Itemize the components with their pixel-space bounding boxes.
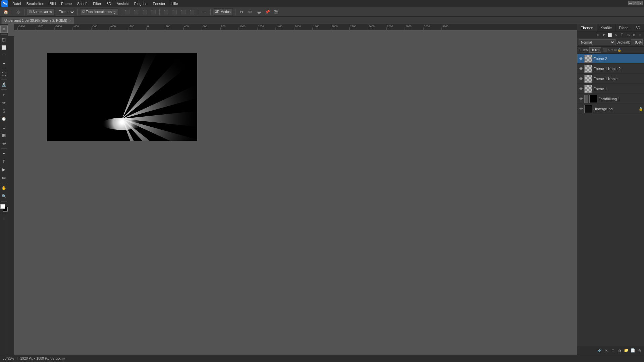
pin-icon[interactable]: 📌: [264, 8, 271, 16]
menu-ansicht[interactable]: Ansicht: [114, 1, 131, 6]
eyedropper-tool-btn[interactable]: 🔬: [0, 81, 8, 88]
link-layers-btn[interactable]: 🔗: [596, 348, 602, 354]
menu-fenster[interactable]: Fenster: [151, 1, 168, 6]
distribute-v-icon[interactable]: ⬛: [171, 8, 178, 16]
panel-filter-kind-icon[interactable]: ⚛: [595, 32, 600, 38]
align-left2-icon[interactable]: ⬛: [150, 8, 157, 16]
tab-3d[interactable]: 3D: [632, 24, 644, 32]
path-select-tool-btn[interactable]: ▶: [0, 166, 8, 173]
delete-layer-btn[interactable]: 🗑: [637, 348, 643, 354]
minimize-button[interactable]: —: [628, 1, 633, 5]
document-canvas[interactable]: [47, 53, 197, 141]
menu-bild[interactable]: Bild: [47, 1, 58, 6]
adjustment-layer-btn[interactable]: ◑: [616, 348, 623, 354]
layer-item-hintergrund[interactable]: 👁 Hintergrund 🔒: [577, 104, 644, 114]
auto-select-checkbox[interactable]: ☑ Autom. ausw.: [27, 8, 55, 16]
menu-plugins[interactable]: Plug-ins: [132, 1, 150, 6]
fill-input[interactable]: [589, 47, 601, 53]
healing-tool-btn[interactable]: ⌖: [0, 91, 8, 99]
menu-hilfe[interactable]: Hilfe: [168, 1, 180, 6]
panel-smart-icon[interactable]: ⚙: [631, 32, 637, 38]
maximize-button[interactable]: □: [633, 1, 638, 5]
layer-visibility-hintergrund[interactable]: 👁: [579, 107, 583, 111]
document-tab[interactable]: Unbenannt-1 bei 30,9% (Ebene 2, RGB/8) ×: [1, 17, 74, 24]
layer-item-ebene1k[interactable]: 👁 Ebene 1 Kopie: [577, 74, 644, 84]
quick-select-tool-btn[interactable]: ✦: [0, 60, 8, 67]
foreground-color-swatch[interactable]: [0, 204, 5, 209]
3d-mode-btn[interactable]: 3D-Modus: [213, 8, 232, 16]
lock-artboard-btn[interactable]: ⊞: [614, 48, 617, 52]
document-canvas-container[interactable]: [20, 36, 577, 355]
extra-tools-btn[interactable]: ⋯: [0, 215, 8, 222]
clone-tool-btn[interactable]: ⎘: [0, 107, 8, 115]
pen-tool-btn[interactable]: ✒: [0, 150, 8, 157]
menu-filter[interactable]: Filter: [91, 1, 103, 6]
layer-style-btn[interactable]: fx: [603, 348, 609, 354]
hand-tool-btn[interactable]: ✋: [0, 184, 8, 192]
distribute-c-icon[interactable]: ⬛: [179, 8, 187, 16]
lasso-tool-btn[interactable]: ⌒: [0, 52, 8, 59]
blend-mode-dropdown[interactable]: Normal: [579, 39, 615, 45]
crop-tool-btn[interactable]: ⛶: [0, 70, 8, 78]
panel-filter-icon[interactable]: ⊞: [637, 32, 643, 38]
tab-close-button[interactable]: ×: [69, 19, 71, 22]
dodge-tool-btn[interactable]: ◎: [0, 139, 8, 147]
layer-visibility-ebene1k2[interactable]: 👁: [579, 66, 583, 71]
eraser-tool-btn[interactable]: ◻: [0, 123, 8, 131]
panel-adjust-icon[interactable]: ✎: [613, 32, 619, 38]
menu-ebene[interactable]: Ebene: [59, 1, 74, 6]
shape-tool-btn[interactable]: ▭: [0, 174, 8, 181]
layer-visibility-ebene1k[interactable]: 👁: [579, 76, 583, 81]
rotate-icon[interactable]: ↻: [238, 8, 245, 16]
tab-kanaele[interactable]: Kanäle: [597, 24, 615, 32]
layer-visibility-ebene2[interactable]: 👁: [579, 56, 583, 61]
brush-tool-btn[interactable]: ✏: [0, 99, 8, 107]
menu-datei[interactable]: Datei: [10, 1, 23, 6]
panel-text-icon[interactable]: T: [619, 32, 625, 38]
transform-controls-checkbox[interactable]: ☑ Transformationsstrg.: [80, 8, 118, 16]
panel-pixel-icon[interactable]: ⬜: [607, 32, 612, 38]
menu-bearbeiten[interactable]: Bearbeiten: [24, 1, 47, 6]
menu-3d[interactable]: 3D: [104, 1, 114, 6]
align-center-h-icon[interactable]: ⬛: [132, 8, 140, 16]
video-icon[interactable]: 🎬: [273, 8, 280, 16]
new-layer-btn[interactable]: 📄: [630, 348, 636, 354]
gradient-tool-btn[interactable]: ▦: [0, 131, 8, 139]
lock-transparent-btn[interactable]: ⬛: [603, 48, 607, 52]
layer-item-farbfuellung1[interactable]: 👁 Farbfüllung 1: [577, 94, 644, 104]
lock-all-btn[interactable]: 🔒: [618, 48, 621, 52]
home-button[interactable]: 🏠: [2, 8, 9, 16]
tab-ebenen[interactable]: Ebenen: [577, 24, 597, 32]
opacity-input[interactable]: [631, 39, 643, 45]
tab-pfade[interactable]: Pfade: [615, 24, 632, 32]
target-icon[interactable]: ◎: [255, 8, 263, 16]
lock-pixels-btn[interactable]: ✎: [607, 48, 610, 52]
zoom-tool-btn[interactable]: 🔍: [0, 192, 8, 200]
lock-position-btn[interactable]: ✚: [611, 48, 613, 52]
close-button[interactable]: ✕: [638, 1, 643, 5]
type-tool-btn[interactable]: T: [0, 158, 8, 165]
more-options-icon[interactable]: ⋯: [201, 8, 208, 16]
marquee-tool-btn[interactable]: ⬜: [0, 44, 8, 51]
distribute-m-icon[interactable]: ⬛: [188, 8, 196, 16]
move-options-icon[interactable]: ✥: [14, 8, 22, 16]
panel-type-select[interactable]: ▼: [601, 32, 606, 38]
layer-select-dropdown[interactable]: Ebene: [56, 9, 75, 15]
layer-visibility-farbfuellung1[interactable]: 👁: [579, 97, 583, 101]
magnet-icon[interactable]: ⚙: [247, 8, 254, 16]
layer-item-ebene2[interactable]: 👁 Ebene 2: [577, 54, 644, 64]
add-mask-btn[interactable]: ◻: [610, 348, 616, 354]
align-right-icon[interactable]: ⬛: [141, 8, 148, 16]
panel-shape-icon[interactable]: ▭: [625, 32, 631, 38]
artboard-tool-btn[interactable]: ⬚: [0, 36, 8, 43]
history-tool-btn[interactable]: ⌚: [0, 115, 8, 123]
foreground-background-colors[interactable]: [0, 204, 8, 212]
new-group-btn[interactable]: 📁: [623, 348, 629, 354]
menu-schrift[interactable]: Schrift: [75, 1, 90, 6]
move-tool-btn[interactable]: ✥: [0, 25, 8, 33]
layer-visibility-ebene1[interactable]: 👁: [579, 86, 583, 91]
distribute-h-icon[interactable]: ⬛: [162, 8, 169, 16]
align-left-icon[interactable]: ⬛: [123, 8, 131, 16]
layer-item-ebene1[interactable]: 👁 Ebene 1: [577, 84, 644, 94]
layer-item-ebene1k2[interactable]: 👁 Ebene 1 Kopie 2: [577, 64, 644, 74]
